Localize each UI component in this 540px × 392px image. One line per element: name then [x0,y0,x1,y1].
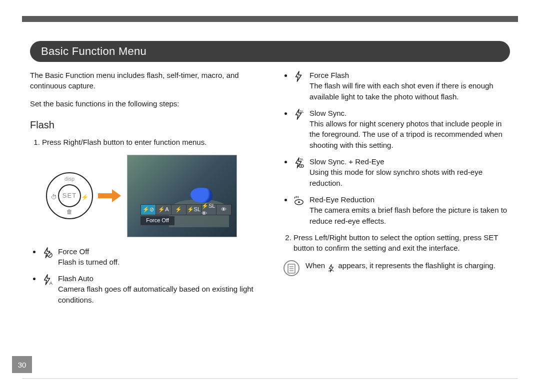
note-pre: When [306,261,327,270]
flash-redeye-icon [292,194,306,207]
page-number: 30 [12,356,32,373]
flash-modes-left: Force Off Flash is turned off. Flash Aut… [30,246,258,305]
dial-label-bottom: 🗑 [47,208,92,216]
steps-list-2: Press Left/Right button to select the op… [282,232,510,254]
list-item: Force Flash The flash will fire with eac… [292,70,510,102]
section-title-bar: Basic Function Menu [30,41,510,62]
content-columns: The Basic Function menu includes flash, … [30,70,510,362]
list-item: Slow Sync. This allows for night scenery… [292,108,510,150]
mode-desc: Flash is turned off. [58,257,258,267]
flash-selection-label: Force Off [140,216,174,225]
manual-page: Basic Function Menu The Basic Function m… [0,0,540,392]
section-title: Basic Function Menu [41,45,146,58]
flash-charging-icon [327,262,336,271]
note-icon [284,260,300,276]
mode-desc: Using this mode for slow synchro shots w… [310,167,510,188]
flash-auto-icon [41,273,54,286]
note-post: appears, it represents the flashlight is… [338,261,496,270]
mode-desc: This allows for night scenery photos tha… [310,118,510,150]
flash-slow-icon [292,108,306,121]
dial-label-right: ⚡ [81,193,88,202]
flash-force-icon [292,70,306,83]
list-item: Flash Auto Camera flash goes off automat… [41,273,258,305]
step-2: Press Left/Right button to select the op… [294,232,510,254]
mode-title: Force Off [58,247,89,256]
mode-title: Slow Sync. [310,109,346,117]
step-1: Press Right/Flash button to enter functi… [42,137,258,147]
flash-off-icon [41,246,54,259]
preview-bird [190,188,212,203]
note-text: When appears, it represents the flashlig… [306,260,510,276]
dial-label-top: disp [47,175,92,183]
list-item: Slow Sync. + Red-Eye Using this mode for… [292,156,510,188]
arrow-icon [98,190,122,201]
mode-desc: The camera emits a brief flash before th… [310,205,510,226]
bottom-rule [22,378,518,379]
flash-slow-redeye-icon [292,156,306,169]
dial-label-left: ⏱ [51,193,57,202]
mode-title: Red-Eye Reduction [310,195,374,204]
top-rule [22,16,518,22]
lcd-preview: ⚡⊘⚡A⚡⚡SL⚡SL👁👁 Force Off [127,155,237,237]
left-column: The Basic Function menu includes flash, … [30,70,258,362]
mode-desc: Camera flash goes off automatically base… [58,284,258,305]
list-item: Force Off Flash is turned off. [41,246,258,268]
flash-options-bar: ⚡⊘⚡A⚡⚡SL⚡SL👁👁 [140,204,232,215]
intro-steps: Set the basic functions in the following… [30,98,258,109]
control-dial: disp SET ⏱ ⚡ 🗑 [46,172,93,219]
steps-list: Press Right/Flash button to enter functi… [30,137,258,147]
mode-desc: The flash will fire with each shot even … [310,80,510,102]
dial-label-center: SET [58,184,81,207]
figure-dial-screen: disp SET ⏱ ⚡ 🗑 ⚡⊘⚡A⚡⚡SL⚡SL👁👁 Force Off [46,155,258,237]
mode-title: Force Flash [310,71,349,79]
mode-title: Flash Auto [58,274,94,283]
note-box: When appears, it represents the flashlig… [282,260,510,276]
right-column: Force Flash The flash will fire with eac… [282,70,510,362]
flash-heading: Flash [30,118,258,132]
list-item: Red-Eye Reduction The camera emits a bri… [292,194,510,226]
intro-text: The Basic Function menu includes flash, … [30,70,258,91]
mode-title: Slow Sync. + Red-Eye [310,157,384,166]
flash-modes-right: Force Flash The flash will fire with eac… [282,70,510,226]
